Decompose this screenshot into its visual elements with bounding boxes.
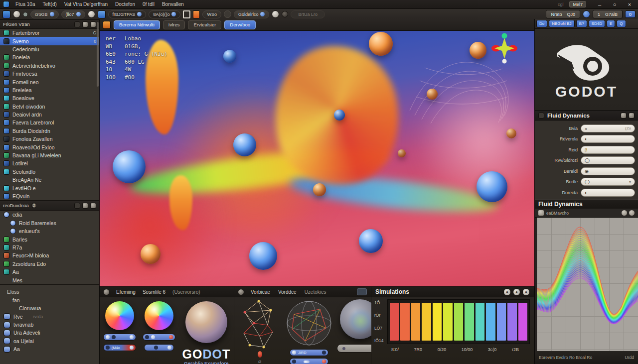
- group-tree-item[interactable]: Ura Adeveli: [0, 329, 99, 337]
- file-tree-item[interactable]: Barles: [0, 235, 99, 243]
- viewport[interactable]: Bererna Ndrwulti Ivlres Ervtealsier Derw…: [100, 19, 534, 286]
- titlebar-button[interactable]: Mel7: [569, 1, 586, 7]
- scene-tree-item[interactable]: Bavana gLi Mvelelen: [0, 151, 99, 159]
- toolbar-button[interactable]: Goldelrlco: [234, 10, 270, 18]
- material-preview-sphere[interactable]: [185, 301, 227, 343]
- scene-tree-item[interactable]: Brelelea: [0, 86, 99, 94]
- scene-tree-item[interactable]: Cededomlu: [0, 45, 99, 53]
- filter-icon[interactable]: [90, 203, 96, 209]
- materials-tab[interactable]: Sosmlile 6: [143, 289, 165, 295]
- toolbar-button[interactable]: [2, 10, 10, 18]
- node-badge[interactable]: 0: [94, 39, 96, 44]
- file-tree-item[interactable]: enlueut's: [0, 227, 99, 235]
- materials-tab[interactable]: (Uservorsro): [172, 289, 200, 295]
- right-toolbar-chip[interactable]: B?: [576, 20, 587, 27]
- wireframe-sphere-preview[interactable]: [285, 299, 333, 347]
- scene-tree-item[interactable]: Boealove: [0, 94, 99, 102]
- viewport-mode-icon[interactable]: [103, 21, 111, 29]
- settings-icon[interactable]: [629, 210, 635, 216]
- viewport-tab[interactable]: Ervtealsier: [188, 20, 221, 29]
- wireframe-mesh-preview[interactable]: [240, 299, 280, 349]
- vortices-panel-button[interactable]: [357, 288, 367, 295]
- menu-item[interactable]: Ftua 10a: [15, 1, 35, 7]
- property-input[interactable]: ◉: [581, 167, 635, 175]
- property-input[interactable]: β: [581, 146, 635, 154]
- toolbar-right-label[interactable]: Nrato: [551, 12, 562, 17]
- menu-item[interactable]: Doctefon: [115, 1, 135, 7]
- close-button[interactable]: ×: [626, 1, 633, 7]
- toolbar-button[interactable]: [98, 10, 106, 18]
- menu-item[interactable]: Teft(d): [42, 1, 56, 7]
- right-toolbar-chip[interactable]: SD4D: [589, 20, 605, 27]
- toolbar-button[interactable]: [282, 11, 288, 17]
- material-toggle[interactable]: [144, 344, 174, 351]
- right-toolbar-chip[interactable]: E: [607, 20, 615, 27]
- right-toolbar-chip[interactable]: Q: [617, 20, 626, 27]
- scene-tree-item[interactable]: Svemo 0: [0, 37, 99, 45]
- group-tree-item[interactable]: tvravnab: [0, 321, 99, 329]
- material-preview-sphere[interactable]: [105, 301, 134, 330]
- menu-item[interactable]: 0f tdll: [143, 1, 155, 7]
- material-preview-sphere[interactable]: [145, 301, 173, 330]
- toolbar-button[interactable]: [13, 10, 20, 18]
- toolbar-button[interactable]: [88, 10, 95, 18]
- scene-tree-item[interactable]: EQvuln: [0, 192, 99, 200]
- group-tree-item[interactable]: fan: [0, 296, 99, 304]
- file-tree-item[interactable]: Feuor>M bioloa: [0, 251, 99, 259]
- menu-item[interactable]: Bonvallen: [162, 1, 184, 7]
- toolbar-button[interactable]: [272, 10, 279, 18]
- vortices-tab[interactable]: Vorddce: [278, 289, 297, 295]
- file-tree-item[interactable]: Roid Baremeles: [0, 219, 99, 227]
- group-tree-item[interactable]: Cloruwua: [0, 304, 99, 312]
- right-toolbar-chip[interactable]: Do: [536, 20, 547, 27]
- vortices-tab[interactable]: Uzetokies: [305, 289, 326, 295]
- node-badge[interactable]: C: [93, 30, 96, 35]
- vortices-toggle[interactable]: JIRD: [290, 349, 328, 356]
- minimize-button[interactable]: –: [596, 1, 603, 7]
- scene-tree-item[interactable]: Burda Diodalrdn: [0, 127, 99, 135]
- property-input[interactable]: ◐: [581, 189, 635, 197]
- material-slider[interactable]: (M4o: [103, 344, 136, 351]
- scene-tree-item[interactable]: Fartenbrvor C: [0, 29, 99, 37]
- scene-tree-item[interactable]: Lotllrel: [0, 159, 99, 167]
- toolbar-button[interactable]: croGB: [30, 10, 59, 18]
- scene-tree-item[interactable]: Fonolea Zavallen: [0, 135, 99, 143]
- material-toggle[interactable]: [103, 334, 136, 341]
- toolbar-right-icon[interactable]: [583, 10, 590, 18]
- maximize-button[interactable]: ○: [611, 1, 618, 7]
- link-icon[interactable]: [74, 21, 80, 27]
- toolbar-button[interactable]: BrtUa Lro: [291, 10, 325, 18]
- scene-tree-item[interactable]: Faevra Larebrorol: [0, 119, 99, 126]
- scene-tree-item[interactable]: Seoluxdlo: [0, 168, 99, 176]
- materials-tab[interactable]: Efemiing: [116, 289, 136, 295]
- toolbar-button[interactable]: WSo: [202, 10, 221, 18]
- property-input[interactable]: ◒ (Zu: [581, 124, 635, 132]
- vortices-toggle[interactable]: [290, 358, 328, 364]
- toolbar-button[interactable]: frBJGTPAS: [108, 10, 147, 18]
- group-tree-item[interactable]: Rve rvrda: [0, 313, 99, 321]
- scene-tree-item[interactable]: Deaiovl ardn: [0, 111, 99, 119]
- file-tree-item[interactable]: Aa: [0, 268, 99, 276]
- scene-tree-item[interactable]: BreAgAn Ne: [0, 176, 99, 184]
- toolbar-right-label[interactable]: G7alB: [605, 12, 618, 17]
- file-tree-item[interactable]: cdia: [0, 211, 99, 219]
- scene-tree-item[interactable]: Roaveol/Od Exloo: [0, 143, 99, 151]
- axis-gizmo[interactable]: [491, 33, 517, 64]
- property-input[interactable]: ◯: [581, 156, 635, 164]
- vortices-tab[interactable]: Vorbicae: [251, 289, 270, 295]
- grid-icon[interactable]: [621, 113, 627, 119]
- pause-button[interactable]: ●: [513, 288, 520, 296]
- menu-item[interactable]: Vat Vtra De'gerffran: [64, 1, 108, 7]
- toolbar-button[interactable]: 8A(o)((o: [149, 10, 180, 18]
- scene-tree-item[interactable]: Betvl oiwodon: [0, 103, 99, 111]
- scene-tree-item[interactable]: LevtlHO.e: [0, 184, 99, 192]
- toolbar-button[interactable]: [23, 12, 28, 17]
- add-node-icon[interactable]: [82, 21, 88, 27]
- toolbar-right-chip[interactable]: 0: [625, 10, 636, 18]
- viewport-tab[interactable]: Bererna Ndrwulti: [114, 20, 160, 29]
- toolbar-button[interactable]: [183, 10, 190, 18]
- toolbar-right-label[interactable]: QJ0: [567, 12, 575, 17]
- play-button[interactable]: ●: [503, 288, 511, 296]
- refresh-icon[interactable]: [74, 203, 80, 209]
- folder-icon[interactable]: [82, 203, 88, 209]
